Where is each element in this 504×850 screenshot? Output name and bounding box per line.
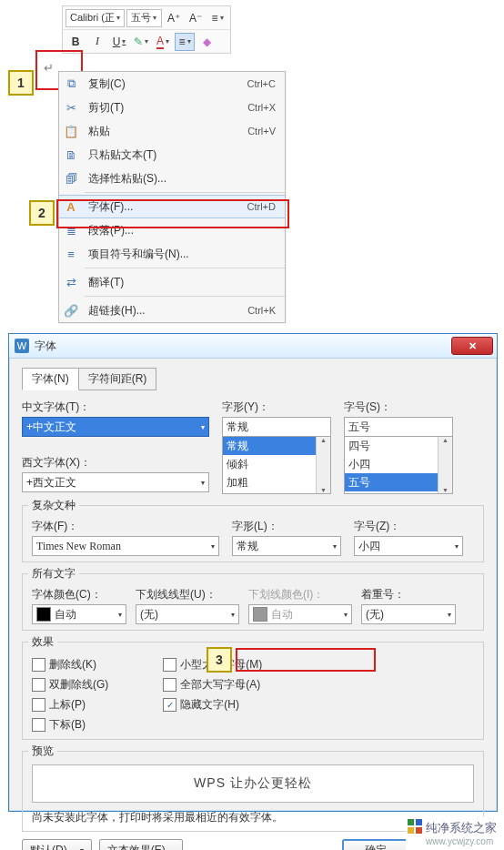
- complex-size-select[interactable]: 小四▾: [354, 536, 463, 556]
- style-listbox[interactable]: 常规 倾斜 加粗: [222, 436, 331, 494]
- chevron-down-icon: ▾: [116, 14, 120, 22]
- chevron-down-icon: ▾: [455, 542, 459, 551]
- size-listbox[interactable]: 四号 小四 五号: [344, 436, 453, 494]
- style-label: 字形(Y)：: [222, 400, 331, 415]
- underline-label: 下划线线型(U)：: [136, 587, 239, 602]
- cut-icon: ✂: [59, 101, 83, 115]
- menu-separator: [85, 192, 285, 193]
- highlight-button[interactable]: ✎: [131, 33, 151, 51]
- tab-font[interactable]: 字体(N): [22, 368, 79, 390]
- menu-label: 复制(C): [83, 76, 247, 92]
- list-item[interactable]: 小四: [345, 455, 452, 473]
- complex-size-label: 字号(Z)：: [354, 519, 463, 534]
- list-item[interactable]: 四号: [345, 437, 452, 455]
- allcaps-checkbox[interactable]: 全部大写字母(A): [163, 675, 262, 693]
- justify-button[interactable]: ≡: [175, 33, 195, 51]
- tab-spacing[interactable]: 字符间距(R): [78, 368, 157, 390]
- watermark: 纯净系统之家 www.ycwjzy.com: [406, 816, 504, 850]
- chevron-down-icon: ▾: [201, 423, 205, 431]
- chevron-down-icon: ▾: [448, 611, 451, 619]
- dialog-titlebar: W 字体 ✕: [9, 334, 497, 359]
- hidden-checkbox[interactable]: ✓隐藏文字(H): [163, 695, 262, 713]
- preview-box: WPS 让办公更轻松: [32, 764, 474, 803]
- complex-font-label: 字体(F)：: [32, 519, 219, 534]
- paragraph-mark-icon: ↵: [44, 61, 54, 75]
- italic-button[interactable]: I: [87, 33, 107, 51]
- chevron-down-icon: ▾: [201, 479, 205, 487]
- list-item[interactable]: 倾斜: [223, 455, 330, 473]
- menu-paste-text[interactable]: 🗎只粘贴文本(T): [59, 143, 285, 167]
- menu-paste[interactable]: 📋粘贴Ctrl+V: [59, 119, 285, 143]
- color-swatch-icon: [36, 607, 51, 622]
- close-button[interactable]: ✕: [451, 337, 493, 355]
- list-item[interactable]: 常规: [223, 437, 330, 455]
- en-font-label: 西文字体(X)：: [22, 455, 209, 471]
- menu-separator: [85, 296, 285, 297]
- chevron-down-icon: ▾: [333, 542, 337, 551]
- complex-font-select[interactable]: Times New Roman▾: [32, 536, 219, 556]
- ok-button[interactable]: 确定: [342, 839, 409, 850]
- complex-style-select[interactable]: 常规▾: [232, 536, 341, 556]
- highlight-box-2: [56, 199, 289, 228]
- menu-copy[interactable]: ⧉复制(C)Ctrl+C: [59, 72, 285, 96]
- double-strike-checkbox[interactable]: 双删除线(G): [32, 675, 108, 693]
- emphasis-label: 着重号：: [361, 587, 456, 602]
- paste-text-icon: 🗎: [59, 148, 83, 162]
- size-input[interactable]: 五号: [344, 417, 453, 436]
- underline-button[interactable]: U: [109, 33, 129, 51]
- menu-translate[interactable]: ⇄翻译(T): [59, 270, 285, 294]
- scrollbar[interactable]: [438, 437, 452, 493]
- en-font-select[interactable]: +西文正文▾: [22, 472, 209, 492]
- style-input[interactable]: 常规: [222, 417, 331, 436]
- emphasis-select[interactable]: (无)▾: [361, 604, 456, 624]
- underline-select[interactable]: (无)▾: [136, 604, 239, 624]
- context-menu: ⧉复制(C)Ctrl+C ✂剪切(T)Ctrl+X 📋粘贴Ctrl+V 🗎只粘贴…: [58, 71, 286, 323]
- font-size-value: 五号: [131, 11, 151, 25]
- dialog-title: 字体: [35, 339, 56, 354]
- callout-1: 1: [8, 70, 34, 96]
- font-dialog: W 字体 ✕ 字体(N) 字符间距(R) 中文字体(T)： +中文正文▾ 西文字…: [8, 333, 498, 812]
- chevron-down-icon: ▾: [231, 611, 235, 619]
- line-spacing-button[interactable]: ≡: [207, 9, 227, 27]
- highlight-box-3: [236, 648, 376, 672]
- menu-hyperlink[interactable]: 🔗超链接(H)...Ctrl+K: [59, 299, 285, 322]
- list-item[interactable]: 五号: [345, 473, 452, 491]
- font-name-value: Calibri (正: [70, 11, 115, 25]
- all-text-group: 所有文字 字体颜色(C)： 自动▾ 下划线线型(U)： (无)▾ 下划线颜色(I…: [22, 573, 484, 631]
- underline-color-label: 下划线颜色(I)：: [248, 587, 352, 602]
- format-painter-button[interactable]: ◆: [197, 33, 217, 51]
- grow-font-button[interactable]: A⁺: [164, 9, 184, 27]
- subscript-checkbox[interactable]: 下标(B): [32, 715, 108, 734]
- font-color-button[interactable]: A: [153, 33, 173, 51]
- strike-checkbox[interactable]: 删除线(K): [32, 655, 108, 673]
- scrollbar[interactable]: [316, 437, 330, 493]
- text-effects-button[interactable]: 文本效果(E)...: [99, 839, 183, 850]
- color-label: 字体颜色(C)：: [32, 587, 126, 602]
- menu-bullets[interactable]: ≡项目符号和编号(N)...: [59, 242, 285, 266]
- mini-toolbar: Calibri (正▾ 五号▾ A⁺ A⁻ ≡ B I U ✎ A ≡ ◆: [62, 5, 231, 54]
- color-select[interactable]: 自动▾: [32, 604, 126, 624]
- cn-font-label: 中文字体(T)：: [22, 400, 209, 415]
- font-size-combo[interactable]: 五号▾: [126, 9, 162, 27]
- callout-2: 2: [29, 200, 55, 226]
- shrink-font-button[interactable]: A⁻: [186, 9, 206, 27]
- logo-icon: [408, 819, 422, 834]
- menu-paste-special[interactable]: 🗐选择性粘贴(S)...: [59, 167, 285, 190]
- chevron-down-icon: ▾: [153, 14, 156, 22]
- cn-font-select[interactable]: +中文正文▾: [22, 417, 209, 437]
- list-item[interactable]: 加粗: [223, 473, 330, 491]
- paste-special-icon: 🗐: [59, 172, 83, 186]
- chevron-down-icon: ▾: [344, 611, 348, 619]
- menu-cut[interactable]: ✂剪切(T)Ctrl+X: [59, 96, 285, 119]
- font-name-combo[interactable]: Calibri (正▾: [66, 9, 125, 27]
- defaults-button[interactable]: 默认(D)...▾: [22, 839, 92, 850]
- bold-button[interactable]: B: [66, 33, 86, 51]
- app-icon: W: [15, 339, 29, 353]
- chevron-down-icon: ▾: [211, 542, 215, 551]
- menu-separator: [85, 268, 285, 268]
- superscript-checkbox[interactable]: 上标(P): [32, 695, 108, 713]
- group-title: 效果: [28, 634, 57, 650]
- link-icon: 🔗: [59, 304, 83, 318]
- group-title: 所有文字: [28, 566, 79, 582]
- chevron-down-icon: ▾: [118, 611, 122, 619]
